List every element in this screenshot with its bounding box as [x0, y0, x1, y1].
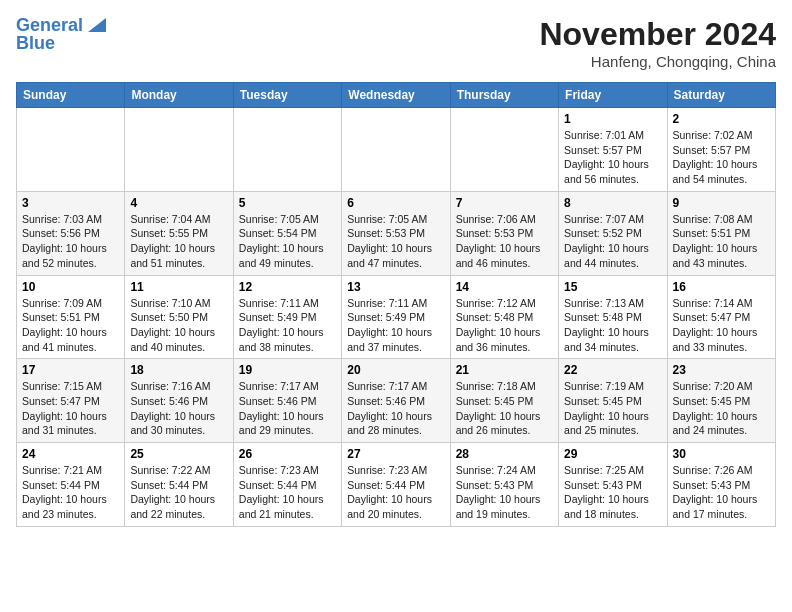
weekday-header: Friday — [559, 83, 667, 108]
day-info: Sunrise: 7:11 AMSunset: 5:49 PMDaylight:… — [239, 296, 336, 355]
svg-marker-0 — [88, 18, 106, 32]
day-number: 11 — [130, 280, 227, 294]
day-number: 6 — [347, 196, 444, 210]
calendar-header-row: SundayMondayTuesdayWednesdayThursdayFrid… — [17, 83, 776, 108]
day-number: 2 — [673, 112, 770, 126]
weekday-header: Monday — [125, 83, 233, 108]
weekday-header: Wednesday — [342, 83, 450, 108]
day-number: 12 — [239, 280, 336, 294]
logo: General Blue — [16, 16, 106, 54]
weekday-header: Tuesday — [233, 83, 341, 108]
day-info: Sunrise: 7:08 AMSunset: 5:51 PMDaylight:… — [673, 212, 770, 271]
day-info: Sunrise: 7:03 AMSunset: 5:56 PMDaylight:… — [22, 212, 119, 271]
day-info: Sunrise: 7:04 AMSunset: 5:55 PMDaylight:… — [130, 212, 227, 271]
calendar-cell: 25Sunrise: 7:22 AMSunset: 5:44 PMDayligh… — [125, 443, 233, 527]
calendar-cell: 11Sunrise: 7:10 AMSunset: 5:50 PMDayligh… — [125, 275, 233, 359]
day-info: Sunrise: 7:12 AMSunset: 5:48 PMDaylight:… — [456, 296, 553, 355]
calendar-cell — [233, 108, 341, 192]
month-title: November 2024 — [539, 16, 776, 53]
day-info: Sunrise: 7:20 AMSunset: 5:45 PMDaylight:… — [673, 379, 770, 438]
day-info: Sunrise: 7:22 AMSunset: 5:44 PMDaylight:… — [130, 463, 227, 522]
day-number: 16 — [673, 280, 770, 294]
day-info: Sunrise: 7:17 AMSunset: 5:46 PMDaylight:… — [239, 379, 336, 438]
day-number: 29 — [564, 447, 661, 461]
logo-blue: Blue — [16, 34, 55, 54]
logo-icon — [84, 18, 106, 32]
title-block: November 2024 Hanfeng, Chongqing, China — [539, 16, 776, 70]
calendar-cell: 13Sunrise: 7:11 AMSunset: 5:49 PMDayligh… — [342, 275, 450, 359]
calendar-cell: 23Sunrise: 7:20 AMSunset: 5:45 PMDayligh… — [667, 359, 775, 443]
day-number: 4 — [130, 196, 227, 210]
weekday-header: Saturday — [667, 83, 775, 108]
day-number: 20 — [347, 363, 444, 377]
calendar-week-row: 3Sunrise: 7:03 AMSunset: 5:56 PMDaylight… — [17, 191, 776, 275]
calendar-cell: 24Sunrise: 7:21 AMSunset: 5:44 PMDayligh… — [17, 443, 125, 527]
day-number: 14 — [456, 280, 553, 294]
day-info: Sunrise: 7:16 AMSunset: 5:46 PMDaylight:… — [130, 379, 227, 438]
day-number: 5 — [239, 196, 336, 210]
calendar-cell: 17Sunrise: 7:15 AMSunset: 5:47 PMDayligh… — [17, 359, 125, 443]
day-number: 15 — [564, 280, 661, 294]
day-info: Sunrise: 7:01 AMSunset: 5:57 PMDaylight:… — [564, 128, 661, 187]
day-info: Sunrise: 7:25 AMSunset: 5:43 PMDaylight:… — [564, 463, 661, 522]
calendar-cell: 29Sunrise: 7:25 AMSunset: 5:43 PMDayligh… — [559, 443, 667, 527]
day-number: 23 — [673, 363, 770, 377]
day-info: Sunrise: 7:02 AMSunset: 5:57 PMDaylight:… — [673, 128, 770, 187]
day-number: 1 — [564, 112, 661, 126]
day-info: Sunrise: 7:14 AMSunset: 5:47 PMDaylight:… — [673, 296, 770, 355]
day-info: Sunrise: 7:26 AMSunset: 5:43 PMDaylight:… — [673, 463, 770, 522]
day-number: 17 — [22, 363, 119, 377]
calendar-cell — [17, 108, 125, 192]
day-number: 25 — [130, 447, 227, 461]
day-number: 30 — [673, 447, 770, 461]
calendar-cell: 21Sunrise: 7:18 AMSunset: 5:45 PMDayligh… — [450, 359, 558, 443]
calendar-cell: 10Sunrise: 7:09 AMSunset: 5:51 PMDayligh… — [17, 275, 125, 359]
calendar-week-row: 17Sunrise: 7:15 AMSunset: 5:47 PMDayligh… — [17, 359, 776, 443]
day-info: Sunrise: 7:11 AMSunset: 5:49 PMDaylight:… — [347, 296, 444, 355]
day-info: Sunrise: 7:23 AMSunset: 5:44 PMDaylight:… — [347, 463, 444, 522]
calendar-cell: 15Sunrise: 7:13 AMSunset: 5:48 PMDayligh… — [559, 275, 667, 359]
calendar-cell: 27Sunrise: 7:23 AMSunset: 5:44 PMDayligh… — [342, 443, 450, 527]
calendar-week-row: 24Sunrise: 7:21 AMSunset: 5:44 PMDayligh… — [17, 443, 776, 527]
day-number: 21 — [456, 363, 553, 377]
day-info: Sunrise: 7:09 AMSunset: 5:51 PMDaylight:… — [22, 296, 119, 355]
calendar-week-row: 10Sunrise: 7:09 AMSunset: 5:51 PMDayligh… — [17, 275, 776, 359]
calendar-week-row: 1Sunrise: 7:01 AMSunset: 5:57 PMDaylight… — [17, 108, 776, 192]
calendar-cell: 1Sunrise: 7:01 AMSunset: 5:57 PMDaylight… — [559, 108, 667, 192]
calendar-cell — [450, 108, 558, 192]
page-header: General Blue November 2024 Hanfeng, Chon… — [16, 16, 776, 70]
calendar-cell: 7Sunrise: 7:06 AMSunset: 5:53 PMDaylight… — [450, 191, 558, 275]
calendar-cell — [125, 108, 233, 192]
calendar-cell: 20Sunrise: 7:17 AMSunset: 5:46 PMDayligh… — [342, 359, 450, 443]
calendar-cell: 18Sunrise: 7:16 AMSunset: 5:46 PMDayligh… — [125, 359, 233, 443]
calendar-cell: 9Sunrise: 7:08 AMSunset: 5:51 PMDaylight… — [667, 191, 775, 275]
calendar-cell: 2Sunrise: 7:02 AMSunset: 5:57 PMDaylight… — [667, 108, 775, 192]
calendar-table: SundayMondayTuesdayWednesdayThursdayFrid… — [16, 82, 776, 527]
day-number: 22 — [564, 363, 661, 377]
calendar-cell: 3Sunrise: 7:03 AMSunset: 5:56 PMDaylight… — [17, 191, 125, 275]
day-info: Sunrise: 7:21 AMSunset: 5:44 PMDaylight:… — [22, 463, 119, 522]
calendar-cell: 26Sunrise: 7:23 AMSunset: 5:44 PMDayligh… — [233, 443, 341, 527]
day-info: Sunrise: 7:19 AMSunset: 5:45 PMDaylight:… — [564, 379, 661, 438]
day-number: 24 — [22, 447, 119, 461]
day-info: Sunrise: 7:23 AMSunset: 5:44 PMDaylight:… — [239, 463, 336, 522]
day-info: Sunrise: 7:17 AMSunset: 5:46 PMDaylight:… — [347, 379, 444, 438]
calendar-cell — [342, 108, 450, 192]
day-info: Sunrise: 7:13 AMSunset: 5:48 PMDaylight:… — [564, 296, 661, 355]
day-number: 9 — [673, 196, 770, 210]
calendar-cell: 30Sunrise: 7:26 AMSunset: 5:43 PMDayligh… — [667, 443, 775, 527]
day-number: 10 — [22, 280, 119, 294]
day-number: 28 — [456, 447, 553, 461]
calendar-cell: 16Sunrise: 7:14 AMSunset: 5:47 PMDayligh… — [667, 275, 775, 359]
day-info: Sunrise: 7:24 AMSunset: 5:43 PMDaylight:… — [456, 463, 553, 522]
weekday-header: Thursday — [450, 83, 558, 108]
day-number: 26 — [239, 447, 336, 461]
day-number: 8 — [564, 196, 661, 210]
day-info: Sunrise: 7:15 AMSunset: 5:47 PMDaylight:… — [22, 379, 119, 438]
calendar-cell: 14Sunrise: 7:12 AMSunset: 5:48 PMDayligh… — [450, 275, 558, 359]
day-number: 13 — [347, 280, 444, 294]
day-info: Sunrise: 7:10 AMSunset: 5:50 PMDaylight:… — [130, 296, 227, 355]
calendar-cell: 4Sunrise: 7:04 AMSunset: 5:55 PMDaylight… — [125, 191, 233, 275]
calendar-cell: 19Sunrise: 7:17 AMSunset: 5:46 PMDayligh… — [233, 359, 341, 443]
calendar-cell: 28Sunrise: 7:24 AMSunset: 5:43 PMDayligh… — [450, 443, 558, 527]
